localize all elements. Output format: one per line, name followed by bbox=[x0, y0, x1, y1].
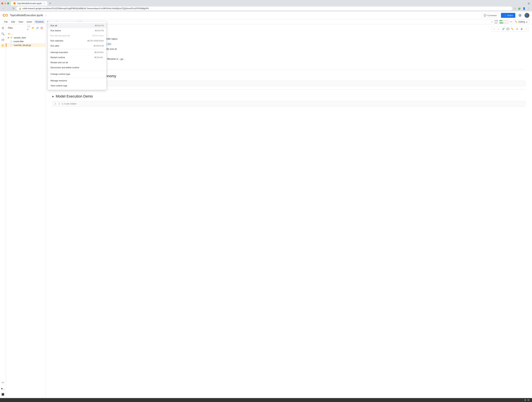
notification-bar: ✕ bbox=[0, 398, 532, 402]
tree-item-sample-data[interactable]: ▶ 📁 sample_data bbox=[6, 36, 46, 39]
back-button[interactable]: ← bbox=[2, 6, 6, 10]
notebook-title[interactable]: TopicsModelExecution.ipynb bbox=[10, 14, 43, 17]
star-icon[interactable]: ☆ bbox=[45, 14, 47, 17]
refresh-button[interactable]: ↻ bbox=[12, 6, 15, 10]
more-cell-btn[interactable]: ⋮ bbox=[524, 27, 528, 31]
profile-icon[interactable]: 👤 bbox=[522, 7, 526, 10]
delete-cell-btn[interactable]: 🗑 bbox=[519, 27, 524, 31]
dot-green[interactable] bbox=[7, 2, 9, 4]
interrupt-item[interactable]: Interrupt execution ⌘/Ctrl+M I bbox=[48, 50, 106, 55]
terminal-icon[interactable]: ▶_ bbox=[1, 386, 5, 391]
restart-runtime-item[interactable]: Restart runtime ⌘/Ctrl+M . bbox=[48, 55, 106, 60]
tab-favicon bbox=[13, 2, 16, 5]
dot-red[interactable] bbox=[1, 2, 3, 4]
run-focused-shortcut: ⌘/Ctrl+Enter bbox=[92, 35, 104, 37]
change-runtime-item[interactable]: Change runtime type bbox=[48, 72, 106, 77]
run-selection-shortcut: ⌘/Ctrl+Shift+Enter bbox=[87, 40, 104, 42]
para-4: then click the upload icon. bbox=[52, 52, 526, 56]
run-all-item[interactable]: Run all ⌘/Ctrl+F9 bbox=[48, 23, 106, 28]
menu-edit[interactable]: Edit bbox=[10, 20, 17, 24]
view-runtime-logs-label: View runtime logs bbox=[51, 84, 67, 87]
tree-item-model-tflite[interactable]: 📄 model.tflite bbox=[6, 39, 46, 43]
code-brackets-icon[interactable]: <> bbox=[1, 380, 5, 385]
run-selection-item[interactable]: Run selection ⌘/Ctrl+Shift+Enter bbox=[48, 38, 106, 43]
settings-button[interactable]: ⚙️ bbox=[517, 13, 523, 18]
code-icon[interactable]: {x} bbox=[1, 37, 5, 42]
section2-header[interactable]: ▶ Libraries, Override List and Taxonomy bbox=[52, 73, 526, 80]
avatar[interactable]: 👤 bbox=[525, 13, 529, 18]
files-title: Files bbox=[8, 27, 13, 29]
run-after-item[interactable]: Run after ⌘/Ctrl+F10 bbox=[48, 43, 106, 48]
interrupt-shortcut: ⌘/Ctrl+M I bbox=[94, 51, 104, 54]
extensions-icon[interactable]: 🧩 bbox=[517, 7, 521, 10]
menu-section-1: Run all ⌘/Ctrl+F9 Run before ⌘/Ctrl+F8 R… bbox=[48, 22, 106, 49]
change-runtime-label: Change runtime type bbox=[51, 73, 70, 75]
menu-insert[interactable]: Insert bbox=[25, 20, 34, 24]
forward-button[interactable]: → bbox=[6, 6, 10, 10]
comment-button[interactable]: 💬 Comment bbox=[481, 13, 499, 18]
upload-file-btn[interactable]: 📄+ bbox=[27, 26, 31, 30]
editing-button[interactable]: ✏️ Editing ▲ bbox=[513, 20, 529, 24]
para-3: file: locate the file on your computer, … bbox=[52, 47, 526, 51]
section-divider-2 bbox=[52, 89, 526, 90]
tab-close-icon[interactable]: ✕ bbox=[44, 2, 45, 5]
comment-label: Comment bbox=[488, 14, 497, 17]
more-icon[interactable]: ⋮ bbox=[527, 7, 530, 10]
section3-arrow-icon: ▶ bbox=[52, 95, 54, 98]
view-runtime-logs-item[interactable]: View runtime logs bbox=[48, 83, 106, 88]
comment-cell-btn[interactable]: 💬 bbox=[506, 27, 510, 31]
new-tab-button[interactable]: + bbox=[48, 1, 52, 5]
para-2: elow, upload the .tflite model file and … bbox=[52, 42, 526, 46]
active-tab[interactable]: TopicsModelExecution.ipynb ✕ bbox=[11, 1, 47, 6]
address-bar[interactable]: 🔒 colab.research.google.com/drive/1Fk1lZ… bbox=[16, 6, 512, 10]
run-before-shortcut: ⌘/Ctrl+F8 bbox=[95, 30, 104, 32]
ram-label: RAM bbox=[494, 20, 499, 22]
restart-run-all-item[interactable]: Restart and run all bbox=[48, 60, 106, 65]
menu-view[interactable]: View bbox=[17, 20, 25, 24]
link-cell-btn[interactable]: 🔗 bbox=[501, 27, 505, 31]
mirror-cell-btn[interactable]: ⊡ bbox=[515, 27, 519, 31]
edit-cell-btn[interactable]: ✏️ bbox=[510, 27, 514, 31]
share-label: Share bbox=[507, 14, 513, 17]
sample-data-label: sample_data bbox=[14, 37, 26, 39]
plus-icon: + bbox=[49, 2, 51, 5]
tree-item-override-list[interactable]: 📄 override_list.pb.gz bbox=[6, 43, 46, 47]
toc-icon[interactable]: ☰ bbox=[1, 26, 5, 30]
run-focused-label: Run the focused cell bbox=[51, 34, 70, 37]
menu-section-3: Change runtime type bbox=[48, 71, 106, 77]
files-tools: 📄+ 📂 🔗 🚫 bbox=[27, 26, 44, 30]
manage-sessions-item[interactable]: Manage sessions bbox=[48, 78, 106, 83]
expand-arrow-icon: ▶ bbox=[8, 37, 9, 39]
resource-bar: ✓ RAM Disk ▾ bbox=[491, 20, 511, 24]
tree-item-parent[interactable]: 📁 .. bbox=[6, 32, 46, 36]
menu-file[interactable]: File bbox=[3, 20, 9, 24]
resource-dropdown-btn[interactable]: ▾ bbox=[510, 21, 511, 23]
section-heading: el Execution Demo bbox=[52, 28, 526, 34]
move-down-btn[interactable]: ↓ bbox=[497, 27, 501, 31]
section-divider bbox=[52, 69, 526, 69]
para-1: o load the TensorFlow Lite model used by… bbox=[52, 37, 526, 41]
disconnect-delete-item[interactable]: Disconnect and delete runtime bbox=[48, 65, 106, 70]
connect-drive-btn[interactable]: 🔗 bbox=[35, 26, 39, 30]
dot-yellow[interactable] bbox=[4, 2, 6, 4]
bookmark-icon[interactable]: ☆ bbox=[513, 7, 517, 10]
files-icon[interactable]: 📁 bbox=[1, 43, 5, 48]
manage-sessions-label: Manage sessions bbox=[51, 79, 67, 82]
upload-folder-btn[interactable]: 📂 bbox=[31, 26, 35, 30]
menu-runtime[interactable]: Runtime bbox=[34, 20, 45, 24]
file-icon: 📄 bbox=[10, 40, 13, 43]
share-button[interactable]: 👥 Share bbox=[501, 13, 515, 18]
section3-title: Model Execution Demo bbox=[56, 94, 93, 99]
search-sidebar-icon[interactable]: 🔍 bbox=[1, 31, 5, 36]
restart-runtime-label: Restart runtime bbox=[51, 56, 65, 59]
move-up-btn[interactable]: ↑ bbox=[492, 27, 496, 31]
console-icon[interactable]: ⬛ bbox=[1, 392, 5, 397]
disk-progress bbox=[499, 23, 509, 23]
refresh-files-btn[interactable]: 🚫 bbox=[40, 26, 44, 30]
browser-minimize-icon[interactable]: ⊟ bbox=[527, 2, 531, 5]
menu-section-2: Interrupt execution ⌘/Ctrl+M I Restart r… bbox=[48, 49, 106, 71]
section3-header[interactable]: ▶ Model Execution Demo bbox=[52, 93, 526, 100]
close-notification-btn[interactable]: ✕ bbox=[527, 399, 529, 401]
run-before-item[interactable]: Run before ⌘/Ctrl+F8 bbox=[48, 28, 106, 33]
browser-chrome: TopicsModelExecution.ipynb ✕ + ⊟ ← → ↻ 🔒… bbox=[0, 0, 532, 12]
